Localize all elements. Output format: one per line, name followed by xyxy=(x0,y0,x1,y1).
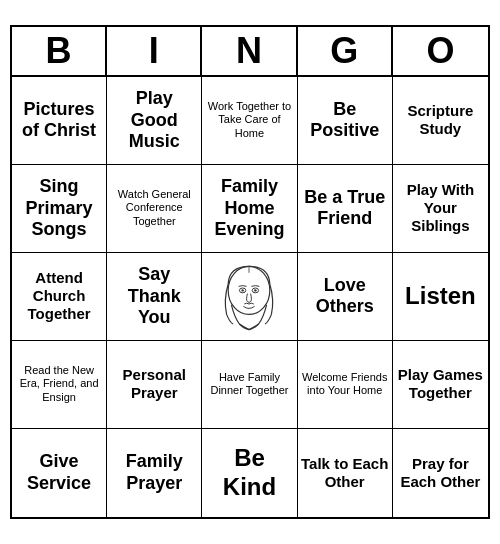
cell-text: Watch General Conference Together xyxy=(110,188,198,229)
cell-text: Read the New Era, Friend, and Ensign xyxy=(15,364,103,405)
bingo-cell: Be Positive xyxy=(298,77,393,165)
bingo-cell: Scripture Study xyxy=(393,77,488,165)
cell-text: Family Prayer xyxy=(110,451,198,494)
cell-text: Personal Prayer xyxy=(110,366,198,402)
header-letter: B xyxy=(12,27,107,75)
bingo-header: BINGO xyxy=(12,27,488,77)
cell-text: Play Good Music xyxy=(110,88,198,153)
bingo-cell: Talk to Each Other xyxy=(298,429,393,517)
header-letter: O xyxy=(393,27,488,75)
bingo-cell: Be Kind xyxy=(202,429,297,517)
bingo-cell: Watch General Conference Together xyxy=(107,165,202,253)
bingo-cell: Read the New Era, Friend, and Ensign xyxy=(12,341,107,429)
bingo-cell: Pictures of Christ xyxy=(12,77,107,165)
cell-text: Pray for Each Other xyxy=(396,455,485,491)
bingo-cell: Play Games Together xyxy=(393,341,488,429)
cell-text: Work Together to Take Care of Home xyxy=(205,100,293,141)
cell-text: Pictures of Christ xyxy=(15,99,103,142)
header-letter: G xyxy=(298,27,393,75)
cell-text: Love Others xyxy=(301,275,389,318)
bingo-cell: Work Together to Take Care of Home xyxy=(202,77,297,165)
cell-text: Be Positive xyxy=(301,99,389,142)
cell-text: Welcome Friends into Your Home xyxy=(301,371,389,399)
bingo-card: BINGO Pictures of ChristPlay Good MusicW… xyxy=(10,25,490,519)
bingo-grid: Pictures of ChristPlay Good MusicWork To… xyxy=(12,77,488,517)
cell-text: Be Kind xyxy=(205,444,293,502)
header-letter: I xyxy=(107,27,202,75)
cell-text: Play Games Together xyxy=(396,366,485,402)
cell-text: Family Home Evening xyxy=(205,176,293,241)
bingo-cell: Give Service xyxy=(12,429,107,517)
bingo-cell: Love Others xyxy=(298,253,393,341)
bingo-cell: Be a True Friend xyxy=(298,165,393,253)
cell-text: Have Family Dinner Together xyxy=(205,371,293,399)
svg-point-3 xyxy=(242,289,244,291)
bingo-cell: Play Good Music xyxy=(107,77,202,165)
cell-text: Play With Your Siblings xyxy=(396,181,485,235)
header-letter: N xyxy=(202,27,297,75)
cell-text: Say Thank You xyxy=(110,264,198,329)
bingo-cell: Pray for Each Other xyxy=(393,429,488,517)
bingo-cell: Sing Primary Songs xyxy=(12,165,107,253)
cell-text: Scripture Study xyxy=(396,102,485,138)
bingo-cell: Family Prayer xyxy=(107,429,202,517)
svg-point-0 xyxy=(229,267,271,315)
cell-text: Be a True Friend xyxy=(301,187,389,230)
bingo-cell: Say Thank You xyxy=(107,253,202,341)
bingo-cell: Welcome Friends into Your Home xyxy=(298,341,393,429)
bingo-cell: Personal Prayer xyxy=(107,341,202,429)
cell-text: Listen xyxy=(405,282,476,311)
svg-point-4 xyxy=(255,289,257,291)
bingo-cell: Family Home Evening xyxy=(202,165,297,253)
bingo-cell: Play With Your Siblings xyxy=(393,165,488,253)
cell-text: Sing Primary Songs xyxy=(15,176,103,241)
cell-text: Attend Church Together xyxy=(15,269,103,323)
bingo-cell: Attend Church Together xyxy=(12,253,107,341)
bingo-cell: Have Family Dinner Together xyxy=(202,341,297,429)
bingo-cell xyxy=(202,253,297,341)
bingo-cell: Listen xyxy=(393,253,488,341)
cell-text: Talk to Each Other xyxy=(301,455,389,491)
cell-text: Give Service xyxy=(15,451,103,494)
